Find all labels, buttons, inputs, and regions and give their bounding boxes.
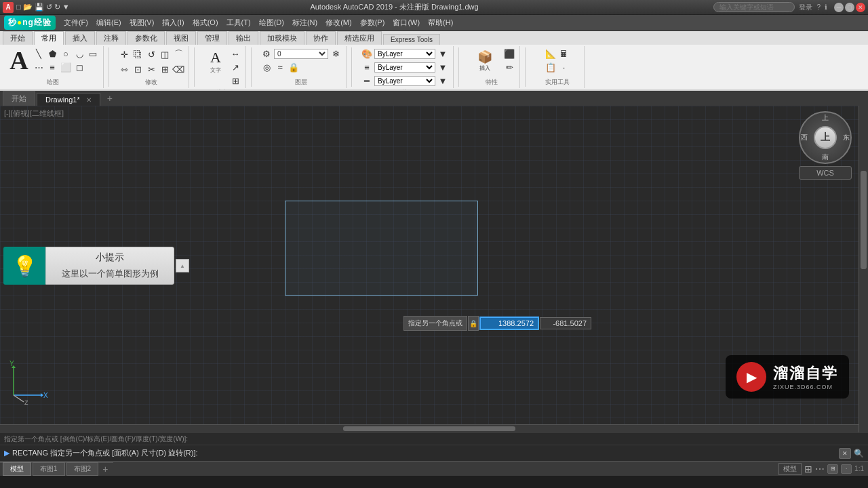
close-btn[interactable]: ✕ [856, 3, 865, 12]
quickcalc-btn[interactable]: 🖩 [558, 47, 570, 60]
tab-addmodule[interactable]: 加载模块 [260, 31, 304, 45]
menu-tools[interactable]: 工具(T) [222, 16, 255, 29]
grid-view-btn[interactable]: ⊞ [804, 464, 812, 474]
layer-freeze-btn[interactable]: ❄ [330, 47, 342, 60]
menu-file[interactable]: 文件(F) [60, 16, 92, 29]
copy-btn[interactable]: ⿻ [132, 48, 144, 60]
tab-insert[interactable]: 插入 [65, 31, 95, 45]
menu-window[interactable]: 窗口(W) [389, 16, 424, 29]
poly-btn[interactable]: ⬟ [46, 47, 58, 60]
cmd-search-btn[interactable]: 🔍 [854, 449, 864, 458]
model-status-btn[interactable]: 模型 [778, 463, 802, 475]
edit-block-btn[interactable]: ✏ [503, 61, 515, 73]
cmd-close-btn[interactable]: ✕ [839, 448, 851, 459]
layout-tab-model[interactable]: 模型 [3, 462, 31, 476]
menu-draw[interactable]: 绘图(D) [255, 16, 288, 29]
rect-btn[interactable]: ▭ [87, 47, 99, 60]
arc-btn[interactable]: ◡ [73, 47, 85, 60]
color-select[interactable]: ByLayer [374, 49, 435, 59]
tab-annotate[interactable]: 注释 [96, 31, 126, 45]
mirror-btn[interactable]: ◫ [159, 48, 171, 60]
maximize-btn[interactable]: □ [845, 3, 854, 12]
add-doc-tab[interactable]: + [102, 91, 118, 106]
linetype-dropdown[interactable]: ▼ [437, 61, 449, 73]
layout-tab-2[interactable]: 布图2 [66, 462, 99, 476]
hatch-btn[interactable]: ⋯ [33, 61, 45, 73]
tab-collab[interactable]: 协作 [306, 31, 336, 45]
help-icon[interactable]: ? [816, 3, 821, 11]
lineweight-select[interactable]: ByLayer [374, 76, 435, 86]
text-tool-btn[interactable]: A [7, 47, 31, 73]
canvas-area[interactable]: [-][俯视][二维线框] 💡 小提示 这里以一个简单图形为例 ▲ 指定另一个角… [0, 106, 868, 432]
menu-format[interactable]: 格式(O) [189, 16, 222, 29]
insert-block-btn[interactable]: 📦 插入 [468, 47, 502, 73]
line-btn[interactable]: ╲ [33, 47, 45, 60]
layout-tab-1[interactable]: 布图1 [33, 462, 65, 476]
status-grid-btn[interactable]: ⊞ [827, 464, 838, 474]
color-dropdown[interactable]: ▼ [437, 47, 449, 60]
tab-manage[interactable]: 管理 [197, 31, 227, 45]
create-block-btn[interactable]: ⬛ [503, 47, 515, 60]
dim-btn[interactable]: ↔ [229, 47, 241, 60]
table-btn[interactable]: ⊞ [229, 75, 241, 87]
menu-edit[interactable]: 编辑(E) [92, 16, 125, 29]
menu-modify[interactable]: 修改(M) [321, 16, 356, 29]
set-current-btn[interactable]: ◎ [260, 61, 273, 73]
scroll-thumb-right[interactable] [861, 171, 867, 269]
tab-home-doc[interactable]: 开始 [3, 91, 35, 106]
qa-more[interactable]: ▼ [62, 3, 70, 12]
lineweight-dropdown[interactable]: ▼ [437, 75, 449, 87]
layer-isolate-btn[interactable]: 🔒 [288, 61, 300, 73]
linetype-select[interactable]: ByLayer [374, 62, 435, 73]
tab-home[interactable]: 常用 [34, 31, 64, 45]
coord-x-value[interactable]: 1388.2572 [479, 317, 539, 330]
match-layer-btn[interactable]: ≈ [274, 61, 286, 73]
menu-insert[interactable]: 插入(I) [158, 16, 188, 29]
erase-btn[interactable]: ⌫ [172, 63, 184, 75]
tab-apps[interactable]: 精选应用 [337, 31, 382, 45]
menu-dim[interactable]: 标注(N) [288, 16, 321, 29]
search-input[interactable] [713, 2, 795, 12]
menu-param[interactable]: 参数(P) [356, 16, 389, 29]
layer-prop-btn[interactable]: ⚙ [260, 47, 273, 60]
trim-btn[interactable]: ✂ [145, 63, 157, 75]
tab-output[interactable]: 输出 [229, 31, 258, 45]
boundary-btn[interactable]: ⬜ [60, 61, 72, 73]
region-btn[interactable]: ◻ [73, 61, 85, 73]
rotate-btn[interactable]: ↺ [145, 48, 157, 60]
point-btn[interactable]: · [558, 61, 570, 73]
menu-view[interactable]: 视图(V) [125, 16, 159, 29]
coord-y-value[interactable]: -681.5027 [540, 317, 591, 329]
qa-new[interactable]: □ [16, 3, 21, 12]
tab-view[interactable]: 视图 [166, 31, 196, 45]
array-btn[interactable]: ⊞ [159, 63, 171, 75]
gradient-btn[interactable]: ≡ [46, 61, 58, 73]
cmd-text[interactable]: RECTANG 指定另一个角点或 [面积(A) 尺寸(D) 旋转(R)]: [12, 448, 839, 458]
more-status-btn[interactable]: ⋯ [815, 464, 825, 474]
measure-btn[interactable]: 📐 [545, 47, 557, 60]
scrollbar-bottom[interactable] [0, 424, 859, 432]
qa-open[interactable]: 📂 [23, 3, 33, 12]
tab-drawing1[interactable]: Drawing1* ✕ [37, 93, 100, 106]
tab-express[interactable]: Express Tools [383, 34, 440, 45]
minimize-btn[interactable]: ─ [834, 3, 844, 12]
fillet-btn[interactable]: ⌒ [172, 48, 184, 60]
tab-param[interactable]: 参数化 [127, 31, 165, 45]
status-snap-btn[interactable]: ∙ [841, 464, 852, 474]
move-btn[interactable]: ✛ [118, 48, 130, 60]
layer-select[interactable]: 0 [274, 49, 328, 59]
tab-start[interactable]: 开始 [3, 31, 33, 45]
qa-save[interactable]: 💾 [35, 3, 44, 12]
qa-undo[interactable]: ↺ [46, 3, 52, 12]
leader-btn[interactable]: ↗ [229, 61, 241, 73]
stretch-btn[interactable]: ⇿ [118, 63, 130, 75]
scale-btn[interactable]: ⊡ [132, 63, 144, 75]
scroll-thumb-bottom[interactable] [343, 426, 515, 431]
circle-btn[interactable]: ○ [60, 47, 72, 60]
add-layout-btn[interactable]: + [100, 464, 111, 474]
login-btn[interactable]: 登录 [799, 3, 812, 12]
text-annotate-btn[interactable]: A 文字 [203, 47, 228, 75]
paste-btn[interactable]: 📋 [545, 61, 557, 73]
menu-help[interactable]: 帮助(H) [424, 16, 457, 29]
close-drawing1[interactable]: ✕ [86, 96, 92, 104]
